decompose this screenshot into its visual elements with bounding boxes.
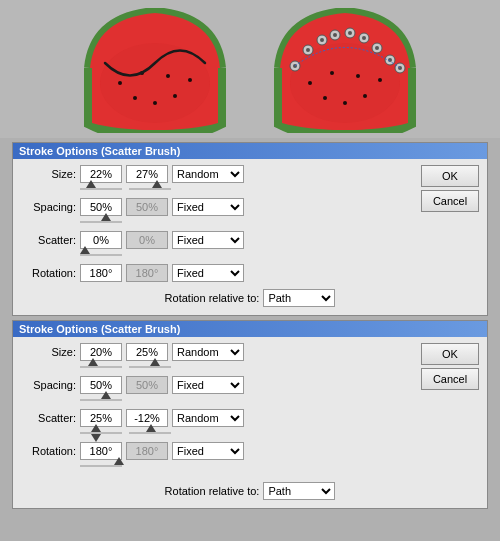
dialog-2-title: Stroke Options (Scatter Brush)	[13, 321, 487, 337]
spacing-row-2: Spacing: Fixed Random	[21, 376, 417, 394]
scatter-label-2: Scatter:	[21, 412, 76, 424]
svg-point-25	[348, 31, 352, 35]
spacing-label-2: Spacing:	[21, 379, 76, 391]
scatter-input1-2[interactable]	[80, 409, 122, 427]
dialog-1-title: Stroke Options (Scatter Brush)	[13, 143, 487, 159]
rotation-relative-select-1[interactable]: Path Page	[263, 289, 335, 307]
cancel-button-1[interactable]: Cancel	[421, 190, 479, 212]
rotation-relative-label-2: Rotation relative to:	[165, 485, 260, 497]
svg-point-13	[378, 78, 382, 82]
svg-point-23	[333, 33, 337, 37]
rotation-input1-1[interactable]	[80, 264, 122, 282]
svg-point-19	[306, 48, 310, 52]
size-method-2[interactable]: Random Fixed	[172, 343, 244, 361]
watermelon-left	[70, 8, 240, 133]
size-slider2-1[interactable]	[129, 183, 171, 195]
svg-point-12	[363, 94, 367, 98]
size-slider-2b[interactable]	[129, 361, 171, 373]
scatter-slider-1[interactable]	[80, 249, 122, 261]
svg-point-21	[320, 38, 324, 42]
svg-point-11	[343, 101, 347, 105]
watermelon-right	[260, 8, 430, 133]
button-group-2: OK Cancel	[421, 343, 479, 475]
size-method-1[interactable]: Random Fixed	[172, 165, 244, 183]
rotation-row-2: Rotation: Fixed Random	[21, 442, 417, 460]
svg-point-7	[166, 74, 170, 78]
rotation-label-1: Rotation:	[21, 267, 76, 279]
cancel-button-2[interactable]: Cancel	[421, 368, 479, 390]
spacing-row-1: Spacing: Fixed Random	[21, 198, 417, 216]
dialog-2: Stroke Options (Scatter Brush) Size: Ran…	[12, 320, 488, 509]
svg-point-9	[308, 81, 312, 85]
svg-point-3	[153, 101, 157, 105]
spacing-method-1[interactable]: Fixed Random	[172, 198, 244, 216]
svg-point-14	[330, 71, 334, 75]
ok-button-2[interactable]: OK	[421, 343, 479, 365]
spacing-label-1: Spacing:	[21, 201, 76, 213]
scatter-row-2: Scatter: Random Fixed	[21, 409, 417, 427]
size-label-2: Size:	[21, 346, 76, 358]
rotation-row-1: Rotation: Fixed Random	[21, 264, 417, 282]
scatter-slider-2a[interactable]	[80, 427, 122, 439]
rotation-relative-label-1: Rotation relative to:	[165, 292, 260, 304]
size-label-1: Size:	[21, 168, 76, 180]
svg-point-2	[133, 96, 137, 100]
scatter-label-1: Scatter:	[21, 234, 76, 246]
size-row-1: Size: Random Fixed	[21, 165, 417, 183]
size-slider-2a[interactable]	[80, 361, 122, 373]
button-group-1: OK Cancel	[421, 165, 479, 282]
rotation-input2-1	[126, 264, 168, 282]
svg-point-15	[356, 74, 360, 78]
scatter-slider-2b[interactable]	[129, 427, 171, 439]
svg-point-10	[323, 96, 327, 100]
rotation-relative-select-2[interactable]: Path Page	[263, 482, 335, 500]
svg-point-29	[375, 46, 379, 50]
rotation-method-1[interactable]: Fixed Random	[172, 264, 244, 282]
size-input2-2[interactable]	[126, 343, 168, 361]
size-row-2: Size: Random Fixed	[21, 343, 417, 361]
svg-point-5	[188, 78, 192, 82]
dialog-1: Stroke Options (Scatter Brush) Size: Ran…	[12, 142, 488, 316]
rotation-method-2[interactable]: Fixed Random	[172, 442, 244, 460]
rotation-label-2: Rotation:	[21, 445, 76, 457]
svg-point-27	[362, 36, 366, 40]
spacing-slider-2[interactable]	[80, 394, 122, 406]
scatter-input2-1	[126, 231, 168, 249]
rotation-relative-row-1: Rotation relative to: Path Page	[21, 289, 479, 307]
scatter-method-2[interactable]: Random Fixed	[172, 409, 244, 427]
spacing-slider-1[interactable]	[80, 216, 122, 228]
rotation-input2-2	[126, 442, 168, 460]
spacing-input2-2	[126, 376, 168, 394]
ok-button-1[interactable]: OK	[421, 165, 479, 187]
rotation-relative-row-2: Rotation relative to: Path Page	[21, 482, 479, 500]
image-area	[0, 0, 500, 138]
rotation-slider-2[interactable]	[80, 460, 122, 472]
size-input1-2[interactable]	[80, 343, 122, 361]
svg-point-4	[173, 94, 177, 98]
spacing-input2-1	[126, 198, 168, 216]
scatter-method-1[interactable]: Fixed Random	[172, 231, 244, 249]
svg-point-1	[118, 81, 122, 85]
spacing-method-2[interactable]: Fixed Random	[172, 376, 244, 394]
size-slider-1[interactable]	[80, 183, 122, 195]
